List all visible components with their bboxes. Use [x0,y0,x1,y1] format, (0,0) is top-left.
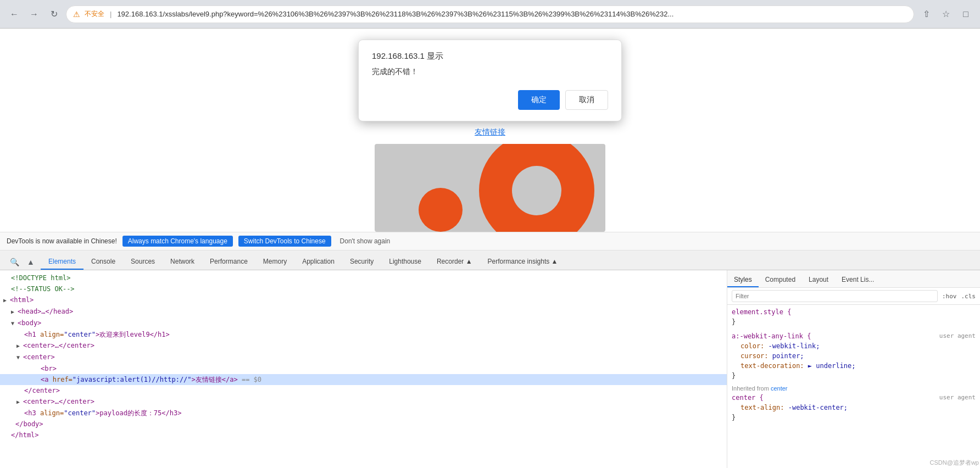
style-prop-cursor: cursor: pointer; [740,352,804,360]
dom-center-close: </center> [24,387,60,394]
style-prop-text-decoration: text-decoration: ► underline; [740,362,856,370]
tab-elements[interactable]: Elements [41,254,83,270]
dom-panel[interactable]: <!DOCTYPE html> <!--STATUS OK--> ▶<html>… [0,270,727,468]
alert-buttons: 确定 取消 [372,90,608,110]
dom-line: </body> [0,419,727,430]
dom-line: <h3 align="center">payload的长度：75</h3> [0,408,727,419]
tab-performance[interactable]: Performance [202,254,255,270]
share-icon[interactable]: ⇧ [918,7,934,22]
alert-overlay: 192.168.163.1 显示 完成的不错！ 确定 取消 [0,29,980,232]
style-rule-element: element.style { } [732,307,976,327]
forward-button[interactable]: → [26,7,42,22]
devtools-notify-text: DevTools is now available in Chinese! [7,237,117,245]
devtools-inspect-icon[interactable]: 🔍 [7,254,22,270]
dom-line: <!--STATUS OK--> [0,283,727,294]
style-inherited-label: Inherited from center [732,385,976,392]
dom-line-selected[interactable]: <a href="javascript:alert(1)//http://">友… [0,374,727,385]
dom-center2: <center> [23,353,55,361]
dom-doctype: <!DOCTYPE html> [11,274,70,282]
devtools-switch-chinese-button[interactable]: Switch DevTools to Chinese [238,236,331,247]
dom-line: ▼<body> [0,317,727,329]
dom-line: ▶<head>…</head> [0,306,727,317]
triangle-center3[interactable]: ▶ [16,397,23,407]
styles-filter-row: :hov .cls [727,288,980,305]
style-selector: element.style { [732,308,791,316]
page-content: 192.168.163.1 显示 完成的不错！ 确定 取消 友情链接 [0,29,980,232]
styles-filter-input[interactable] [732,290,938,302]
style-source-agent: user agent [939,331,976,341]
style-close3: } [732,414,736,421]
devtools-tab-icons: 🔍 ▲ [4,254,41,270]
tab-lighthouse[interactable]: Lighthouse [381,254,429,270]
csdn-watermark: CSDN@追梦者wp [930,459,979,467]
url-text: 192.168.163.1/xsslabs/level9.php?keyword… [117,10,907,18]
alert-dialog: 192.168.163.1 显示 完成的不错！ 确定 取消 [358,40,622,121]
devtools-device-icon[interactable]: ▲ [23,254,38,270]
styles-tabs: Styles Computed Layout Event Lis... [727,270,980,288]
dom-line: ▼<center> [0,352,727,363]
dom-br: <br> [41,365,57,372]
devtools-dont-show-button[interactable]: Don't show again [337,236,394,247]
style-rule-center: center { user agent text-align: -webkit-… [732,393,976,422]
styles-tab-layout[interactable]: Layout [802,273,835,287]
browser-toolbar-icons: ⇧ ☆ □ [918,7,973,22]
tab-performance-insights[interactable]: Performance insights ▲ [480,254,566,270]
style-rule-link: a:-webkit-any-link { user agent color: -… [732,331,976,381]
dom-line: <!DOCTYPE html> [0,272,727,283]
dom-line: </html> [0,430,727,441]
styles-content: element.style { } a:-webkit-any-link { u… [727,305,980,468]
browser-toolbar: ← → ↻ ⚠ 不安全 | 192.168.163.1/xsslabs/leve… [0,0,980,29]
tab-application[interactable]: Application [294,254,342,270]
dom-center3: <center>…</center> [23,398,94,405]
dom-a: <a href="javascript:alert(1)//http://">友… [41,376,238,383]
styles-tab-computed[interactable]: Computed [759,273,802,287]
styles-tab-event-listeners[interactable]: Event Lis... [835,273,881,287]
alert-ok-button[interactable]: 确定 [518,90,560,110]
devtools-tabs: 🔍 ▲ Elements Console Sources Network Per… [0,250,980,270]
separator: | [110,10,112,18]
dom-line: <h1 align="center">欢迎来到level9</h1> [0,329,727,340]
tab-console[interactable]: Console [83,254,123,270]
security-warning-icon: ⚠ [73,10,80,19]
styles-filter-cls[interactable]: .cls [961,293,976,300]
dom-h1: <h1 align="center">欢迎来到level9</h1> [24,331,170,338]
style-source-agent2: user agent [939,393,976,403]
styles-filter-hov[interactable]: :hov [942,293,957,300]
devtools-match-language-button[interactable]: Always match Chrome's language [122,236,233,247]
address-bar[interactable]: ⚠ 不安全 | 192.168.163.1/xsslabs/level9.php… [66,5,914,23]
dom-line: </center> [0,385,727,396]
back-button[interactable]: ← [7,7,22,22]
reload-button[interactable]: ↻ [46,7,62,22]
dom-head: <head>…</head> [18,308,73,315]
dom-line: ▶<center>…</center> [0,396,727,408]
style-prop-color: color: -webkit-link; [740,342,820,350]
alert-cancel-button[interactable]: 取消 [565,90,608,110]
tab-memory[interactable]: Memory [255,254,294,270]
devtools-notify-bar: DevTools is now available in Chinese! Al… [0,232,980,250]
style-selector-center: center { [732,394,764,402]
tab-recorder[interactable]: Recorder ▲ [429,254,480,270]
tab-network[interactable]: Network [163,254,202,270]
triangle-center2[interactable]: ▼ [16,353,23,363]
dom-line: ▶<center>…</center> [0,340,727,352]
alert-message: 完成的不错！ [372,67,608,77]
bookmark-icon[interactable]: ☆ [938,7,954,22]
dom-line: <br> [0,363,727,374]
devtools-body: <!DOCTYPE html> <!--STATUS OK--> ▶<html>… [0,270,980,468]
triangle-body[interactable]: ▼ [11,319,18,328]
styles-tab-styles[interactable]: Styles [727,273,759,287]
dom-pseudo: == $0 [238,376,261,383]
triangle-head[interactable]: ▶ [11,307,18,317]
tab-sources[interactable]: Sources [123,254,163,270]
style-prop-text-align: text-align: -webkit-center; [740,404,848,411]
triangle-center1[interactable]: ▶ [16,341,23,351]
style-selector-link: a:-webkit-any-link { [732,332,811,340]
tab-security[interactable]: Security [342,254,381,270]
dom-html-close: </html> [11,431,39,439]
dom-line: ▶<html> [0,294,727,306]
styles-panel: Styles Computed Layout Event Lis... :hov… [727,270,980,468]
restore-icon[interactable]: □ [958,7,973,22]
triangle-html[interactable]: ▶ [3,296,10,305]
style-inherited-from[interactable]: center [771,385,788,392]
dom-center1: <center>…</center> [23,342,94,349]
